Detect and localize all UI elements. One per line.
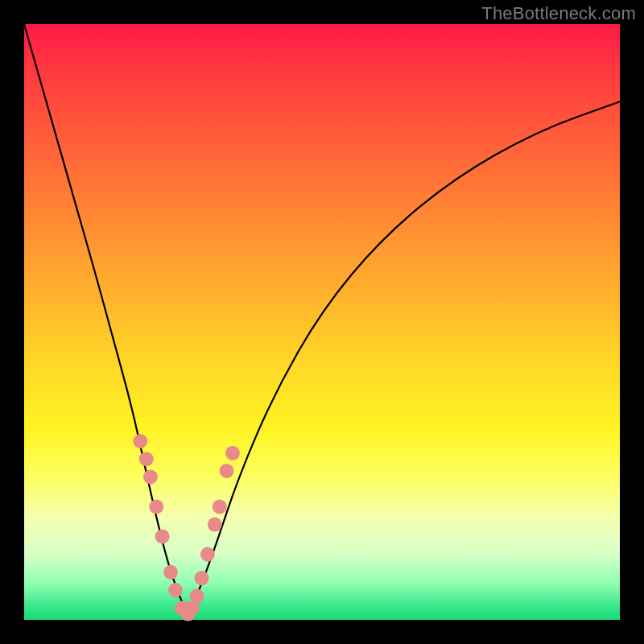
marker-point — [143, 469, 158, 484]
plot-area — [24, 24, 620, 620]
marker-point — [190, 588, 204, 603]
marker-point — [213, 499, 227, 514]
marker-point — [163, 565, 178, 580]
chart-svg — [24, 24, 620, 620]
marker-point — [155, 529, 170, 543]
watermark-text: TheBottleneck.com — [481, 3, 636, 24]
marker-point — [220, 464, 234, 478]
marker-point — [208, 518, 222, 532]
outer-frame: TheBottleneck.com — [0, 0, 644, 644]
marker-point — [195, 571, 209, 585]
marker-point — [133, 434, 147, 448]
marker-point — [139, 452, 154, 466]
marker-point — [225, 446, 240, 460]
marker-point — [168, 583, 183, 597]
marker-point — [200, 547, 215, 562]
marker-point — [149, 499, 163, 514]
bottleneck-curve — [24, 24, 620, 609]
marker-group — [133, 434, 240, 621]
